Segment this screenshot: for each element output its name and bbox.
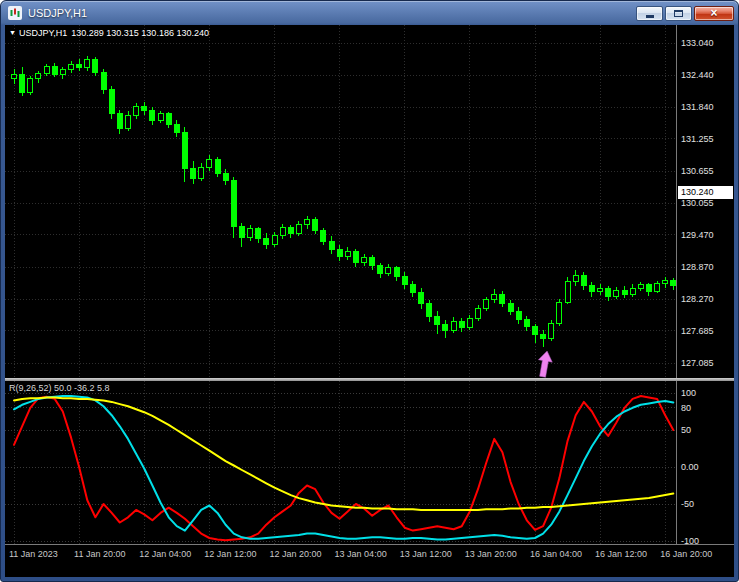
price-axis-label: 131.840 <box>681 102 714 112</box>
price-axis-label: 128.270 <box>681 294 714 304</box>
price-axis-label: 131.255 <box>681 134 714 144</box>
price-axis-label: 128.870 <box>681 262 714 272</box>
close-button[interactable]: × <box>694 6 734 21</box>
indicator-axis[interactable]: 10080500.00-50-100 <box>677 381 734 544</box>
current-price-box: 130.240 <box>678 186 733 199</box>
price-axis-label: 127.085 <box>681 358 714 368</box>
chart-client-area: ▼USDJPY,H1130.289 130.315 130.186 130.24… <box>5 25 734 577</box>
time-axis-label: 16 Jan 04:00 <box>530 549 582 559</box>
indicator-panel[interactable]: R(9,26,52) 50.0 -36.2 5.8 <box>5 381 676 544</box>
quote-bar: ▼USDJPY,H1130.289 130.315 130.186 130.24… <box>9 28 213 38</box>
close-icon: × <box>710 7 717 20</box>
quote-symbol: USDJPY,H1 <box>19 28 67 38</box>
minimize-button[interactable] <box>636 6 663 21</box>
time-axis-label: 12 Jan 20:00 <box>269 549 321 559</box>
titlebar[interactable]: USDJPY,H1 × <box>5 1 734 25</box>
indicator-label: R(9,26,52) 50.0 -36.2 5.8 <box>9 383 110 393</box>
minimize-icon <box>646 15 654 18</box>
window-controls: × <box>636 6 734 21</box>
price-axis-label: 127.685 <box>681 326 714 336</box>
price-axis-label: 132.440 <box>681 70 714 80</box>
quote-ohlc: 130.289 130.315 130.186 130.240 <box>71 28 209 38</box>
price-axis-label: 129.470 <box>681 230 714 240</box>
candlesticks <box>12 56 676 347</box>
time-axis[interactable]: 11 Jan 202311 Jan 20:0012 Jan 04:0012 Ja… <box>5 545 734 577</box>
time-axis-label: 13 Jan 12:00 <box>400 549 452 559</box>
app-icon[interactable] <box>8 6 22 20</box>
price-axis-label: 133.040 <box>681 38 714 48</box>
time-axis-label: 13 Jan 04:00 <box>335 549 387 559</box>
time-axis-label: 12 Jan 12:00 <box>204 549 256 559</box>
price-axis[interactable]: 130.240 133.040132.440131.840131.255130.… <box>677 25 734 378</box>
time-axis-label: 16 Jan 20:00 <box>660 549 712 559</box>
mt4-window: USDJPY,H1 × ▼USDJPY,H1130.289 130.315 13… <box>0 0 739 582</box>
time-axis-label: 13 Jan 20:00 <box>465 549 517 559</box>
indicator-axis-label: -100 <box>681 536 699 544</box>
up-arrow-object[interactable] <box>536 350 554 378</box>
time-axis-label: 12 Jan 04:00 <box>139 549 191 559</box>
dropdown-triangle-icon[interactable]: ▼ <box>9 29 16 36</box>
time-axis-label: 16 Jan 12:00 <box>595 549 647 559</box>
time-axis-label: 11 Jan 20:00 <box>74 549 125 559</box>
indicator-axis-label: -50 <box>681 499 694 509</box>
price-axis-label: 130.655 <box>681 166 714 176</box>
window-title: USDJPY,H1 <box>28 7 87 19</box>
time-axis-label: 11 Jan 2023 <box>9 549 58 559</box>
indicator-axis-label: 80 <box>681 403 691 413</box>
indicator-axis-label: 100 <box>681 388 696 398</box>
price-axis-label: 130.055 <box>681 198 714 208</box>
maximize-button[interactable] <box>665 6 692 21</box>
restore-icon <box>674 10 683 17</box>
indicator-line-yellow <box>14 397 673 510</box>
main-chart[interactable]: ▼USDJPY,H1130.289 130.315 130.186 130.24… <box>5 25 676 378</box>
indicator-axis-label: 0.00 <box>681 462 699 472</box>
indicator-axis-label: 50 <box>681 425 691 435</box>
indicator-grid <box>5 381 676 544</box>
